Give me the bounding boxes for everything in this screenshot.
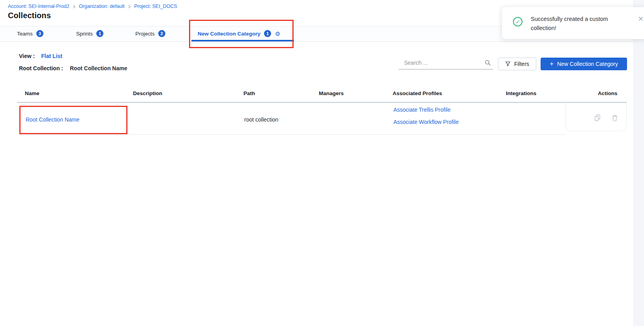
copy-icon[interactable] — [594, 114, 601, 124]
search-input[interactable] — [403, 56, 486, 69]
column-header-description: Description — [133, 90, 162, 96]
row-divider — [17, 134, 565, 135]
collections-page: Account: SEI-Internal-Prod2 > Organizati… — [0, 0, 644, 326]
new-collection-category-button[interactable]: + New Collection Category — [541, 58, 627, 70]
column-header-integrations: Integrations — [506, 90, 536, 96]
page-title: Collections — [8, 11, 51, 20]
filter-funnel-icon — [505, 61, 511, 67]
check-glyph: ✓ — [516, 19, 520, 25]
tab-teams-count-badge: 3 — [36, 30, 43, 37]
filters-button-label: Filters — [514, 61, 529, 67]
search-box — [399, 56, 493, 69]
view-label: View : — [19, 53, 35, 59]
associate-workflow-profile-link[interactable]: Associate Workflow Profile — [393, 119, 459, 125]
tab-teams[interactable]: Teams 3 — [17, 29, 43, 38]
root-collection-value: Root Collection Name — [70, 65, 127, 71]
page-background-strip — [633, 0, 644, 326]
new-collection-category-button-label: New Collection Category — [557, 61, 618, 67]
success-check-icon: ✓ — [513, 17, 522, 26]
tab-projects[interactable]: Projects 2 — [135, 29, 165, 38]
breadcrumb-organization-link[interactable]: Organization: default — [79, 4, 124, 9]
filters-button[interactable]: Filters — [498, 58, 536, 70]
column-header-actions: Actions — [598, 90, 618, 96]
tab-projects-count-badge: 2 — [158, 30, 165, 37]
breadcrumb-project-link[interactable]: Project: SEI_DOCS — [134, 4, 177, 9]
view-row: View : Flat List — [19, 53, 62, 59]
root-collection-label: Root Collection : — [19, 65, 63, 71]
view-flat-list-link[interactable]: Flat List — [41, 53, 62, 59]
tab-projects-label: Projects — [135, 31, 155, 37]
column-header-path: Path — [243, 90, 255, 96]
tab-sprints-count-badge: 1 — [96, 30, 103, 37]
collection-path: root collection — [244, 116, 278, 123]
search-icon[interactable] — [485, 60, 491, 67]
chevron-right-icon: > — [73, 3, 75, 10]
success-toast: ✓ Successfully created a custom collecti… — [502, 7, 644, 39]
toast-message: Successfully created a custom collection… — [531, 15, 624, 33]
close-icon[interactable]: × — [638, 15, 643, 23]
breadcrumb-account-link[interactable]: Account: SEI-Internal-Prod2 — [8, 4, 69, 9]
associate-trellis-profile-link[interactable]: Associate Trellis Profile — [393, 107, 451, 113]
annotation-box-active-tab — [189, 20, 294, 48]
breadcrumb: Account: SEI-Internal-Prod2 > Organizati… — [8, 4, 177, 9]
annotation-box-collection-name — [19, 106, 127, 134]
tab-sprints[interactable]: Sprints 1 — [76, 29, 103, 38]
trash-icon[interactable] — [612, 114, 618, 123]
chevron-right-icon: > — [128, 3, 130, 10]
tab-sprints-label: Sprints — [76, 31, 93, 37]
column-header-name: Name — [25, 90, 39, 96]
table-header-divider — [17, 102, 627, 103]
root-collection-row: Root Collection : Root Collection Name — [19, 65, 127, 71]
plus-icon: + — [550, 60, 554, 67]
tab-teams-label: Teams — [17, 31, 33, 37]
column-header-managers: Managers — [319, 90, 344, 96]
column-header-associated-profiles: Associated Profiles — [393, 90, 442, 96]
